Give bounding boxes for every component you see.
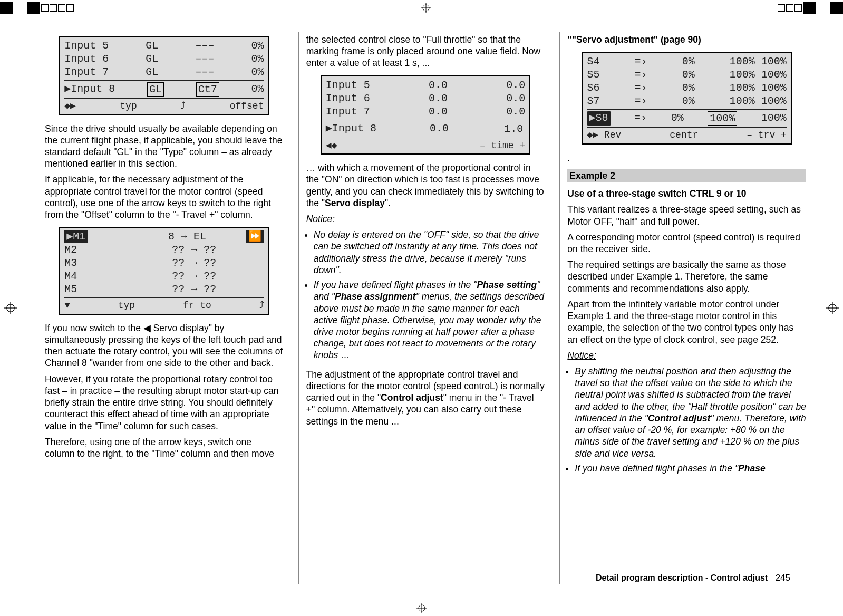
lcd-cell: 8 → EL [168, 230, 206, 243]
lcd-cell: =› [635, 68, 647, 81]
lcd-cell: S4 [587, 55, 600, 68]
registration-icon [4, 302, 17, 314]
crop-mark [58, 4, 65, 12]
crop-mark [786, 4, 793, 12]
lcd-cell: ?? → ?? [172, 256, 216, 270]
lcd-servo-table: S4=›0%100% 100% S5=›0%100% 100% S6=›0%10… [582, 52, 792, 145]
lcd-cell: 0.0 [506, 79, 525, 92]
lcd-cell: 0.0 [429, 79, 448, 92]
lcd-cell: 100% 100% [730, 55, 787, 68]
lcd-cell: M2 [64, 243, 77, 256]
lcd-cell-selected: ▶M1 [64, 230, 88, 243]
lcd-cell: Input 6 [326, 92, 370, 105]
body-text: If applicable, for the necessary adjustm… [45, 174, 284, 220]
lcd-time-table: Input 50.00.0 Input 60.00.0 Input 70.00.… [321, 75, 530, 155]
lcd-footer: centr [670, 129, 698, 141]
lcd-footer: offset [230, 100, 264, 112]
lcd-cell: GL [146, 52, 158, 65]
lcd-footer: ◆▶ [64, 100, 76, 112]
lcd-cell: 0% [682, 94, 695, 108]
body-text: However, if you rotate the proportional … [45, 373, 284, 432]
lcd-cell: 100% 100% [730, 68, 787, 81]
body-text: Since the drive should usually be availa… [45, 123, 284, 170]
lcd-cell: 0% [682, 68, 695, 81]
lcd-footer: – trv + [747, 129, 787, 141]
crop-mark [830, 2, 843, 14]
lcd-cell-selected: 100% [708, 111, 737, 126]
lcd-cell: 0.0 [429, 92, 448, 105]
lcd-cell: ––– [195, 39, 214, 52]
lcd-cell: S6 [587, 81, 600, 94]
registration-icon [416, 603, 427, 613]
page-number: 245 [776, 573, 790, 583]
lcd-cell: Input 5 [326, 79, 370, 92]
lcd-cell: ▶Input 8 [64, 82, 115, 97]
crop-mark [817, 2, 829, 14]
lcd-footer: – time + [480, 140, 525, 152]
crop-marks-top [0, 0, 843, 16]
lcd-cell: M5 [64, 283, 77, 296]
body-text: . [567, 152, 806, 163]
lcd-footer: typ [120, 100, 137, 112]
list-item: If you have defined flight phases in the… [575, 463, 806, 474]
lcd-cell: GL [146, 65, 158, 79]
body-text: The required settings are basically the … [567, 259, 806, 294]
lcd-cell: 0.0 [506, 105, 525, 118]
lcd-cell: ▶Input 8 [326, 122, 376, 136]
lcd-cell: Input 7 [64, 65, 109, 79]
notice-label: Notice: [306, 213, 545, 225]
page-content: Input 5GL–––0% Input 6GL–––0% Input 7GL–… [37, 32, 806, 584]
lcd-cell: ?? → ?? [172, 270, 216, 283]
text-run-bold: Phase setting [477, 280, 537, 290]
lcd-cell: 0% [671, 111, 684, 126]
column-1: Input 5GL–––0% Input 6GL–––0% Input 7GL–… [37, 32, 284, 584]
column-2: the selected control close to "Full thro… [298, 32, 545, 584]
crop-marks-bottom [0, 600, 843, 616]
text-run: If you have defined flight phases in the… [314, 280, 477, 290]
crop-mark [0, 2, 13, 14]
crop-mark [41, 4, 49, 12]
lcd-cell: =› [635, 94, 647, 108]
list-item: By shifting the neutral position and the… [575, 365, 806, 459]
lcd-cell-selected: ⏩ [246, 230, 264, 243]
lcd-cell: ?? → ?? [172, 283, 216, 296]
lcd-cell: M3 [64, 256, 77, 270]
lcd-cell: 0% [251, 39, 264, 52]
crop-mark [794, 4, 802, 12]
lcd-cell: 0% [251, 82, 264, 97]
lcd-cell-selected: ▶S8 [587, 111, 611, 126]
lcd-cell-selected: 1.0 [502, 122, 525, 136]
lcd-cell: ?? → ?? [172, 243, 216, 256]
lcd-footer: typ [118, 300, 135, 312]
crop-mark [14, 2, 26, 14]
list-item: If you have defined flight phases in the… [314, 279, 545, 361]
crop-mark [66, 4, 74, 12]
lcd-cell: 0% [682, 55, 695, 68]
crop-mark [803, 2, 816, 14]
body-text: If you now switch to the ◀ Servo display… [45, 322, 284, 369]
lcd-cell: 0% [251, 65, 264, 79]
body-text: Therefore, using one of the arrow keys, … [45, 436, 284, 459]
crop-mark [778, 4, 785, 12]
lcd-footer: ⤴ [181, 100, 186, 112]
lcd-cell: ––– [195, 52, 214, 65]
column-3: ""Servo adjustment" (page 90) S4=›0%100%… [559, 32, 806, 584]
body-text: The adjustment of the appropriate contro… [306, 369, 545, 427]
lcd-cell: ––– [195, 65, 214, 79]
lcd-cell-selected: GL [147, 82, 164, 97]
lcd-cell: Input 7 [326, 105, 370, 118]
lcd-footer: ⤴ [259, 300, 264, 312]
lcd-cell: 0% [251, 52, 264, 65]
section-title: ""Servo adjustment" (page 90) [567, 34, 806, 45]
page-footer: Detail program description - Control adj… [596, 573, 790, 583]
sub-heading: Use of a three-stage switch CTRL 9 or 10 [567, 188, 806, 199]
registration-icon [826, 302, 839, 314]
lcd-footer: ◀◆ [326, 140, 337, 152]
text-run-bold: Control adjust [648, 413, 711, 424]
lcd-cell: =› [634, 111, 647, 126]
lcd-offset-table: Input 5GL–––0% Input 6GL–––0% Input 7GL–… [59, 36, 269, 116]
example-heading: Example 2 [567, 169, 806, 182]
lcd-footer: fr to [183, 300, 211, 312]
registration-icon [421, 3, 431, 13]
lcd-cell: GL [146, 39, 158, 52]
